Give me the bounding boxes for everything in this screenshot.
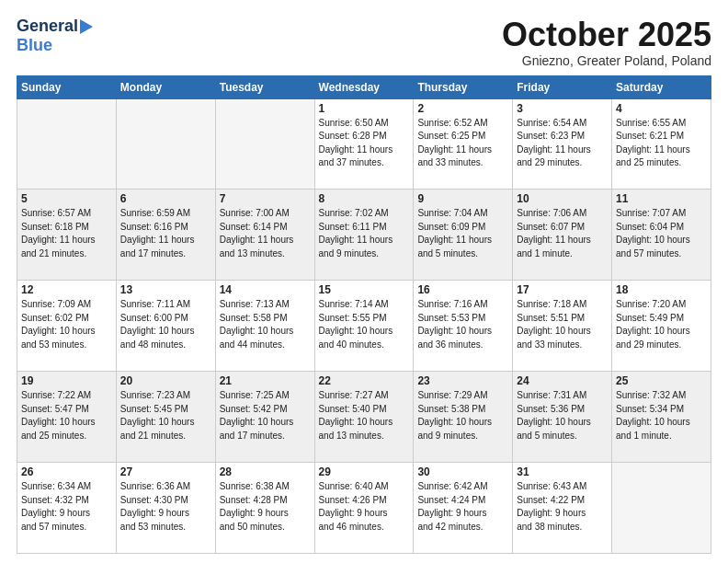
day-info: Sunrise: 6:38 AM Sunset: 4:28 PM Dayligh… bbox=[220, 480, 311, 534]
day-cell: 3Sunrise: 6:54 AM Sunset: 6:23 PM Daylig… bbox=[513, 98, 612, 190]
page: General Blue October 2025 Gniezno, Great… bbox=[0, 0, 728, 563]
header: General Blue October 2025 Gniezno, Great… bbox=[17, 17, 711, 68]
day-number: 26 bbox=[21, 465, 112, 478]
logo-text: General bbox=[17, 17, 78, 36]
day-cell: 20Sunrise: 7:23 AM Sunset: 5:45 PM Dayli… bbox=[116, 372, 215, 463]
day-header-monday: Monday bbox=[116, 75, 215, 98]
day-cell: 11Sunrise: 7:07 AM Sunset: 6:04 PM Dayli… bbox=[612, 190, 711, 281]
day-cell: 26Sunrise: 6:34 AM Sunset: 4:32 PM Dayli… bbox=[17, 463, 117, 554]
day-cell bbox=[17, 98, 117, 190]
day-cell: 5Sunrise: 6:57 AM Sunset: 6:18 PM Daylig… bbox=[17, 190, 117, 281]
day-cell: 25Sunrise: 7:32 AM Sunset: 5:34 PM Dayli… bbox=[612, 372, 711, 463]
day-info: Sunrise: 6:57 AM Sunset: 6:18 PM Dayligh… bbox=[21, 207, 112, 260]
day-number: 23 bbox=[417, 374, 508, 387]
day-cell: 7Sunrise: 7:00 AM Sunset: 6:14 PM Daylig… bbox=[215, 190, 314, 281]
day-info: Sunrise: 6:43 AM Sunset: 4:22 PM Dayligh… bbox=[517, 480, 608, 534]
logo: General Blue bbox=[17, 17, 93, 55]
day-number: 1 bbox=[319, 102, 410, 115]
day-cell: 24Sunrise: 7:31 AM Sunset: 5:36 PM Dayli… bbox=[513, 372, 612, 463]
day-cell: 16Sunrise: 7:16 AM Sunset: 5:53 PM Dayli… bbox=[414, 281, 513, 372]
day-cell: 12Sunrise: 7:09 AM Sunset: 6:02 PM Dayli… bbox=[17, 281, 117, 372]
day-info: Sunrise: 6:40 AM Sunset: 4:26 PM Dayligh… bbox=[319, 480, 410, 534]
day-header-thursday: Thursday bbox=[414, 75, 513, 98]
day-info: Sunrise: 7:09 AM Sunset: 6:02 PM Dayligh… bbox=[21, 298, 112, 351]
day-info: Sunrise: 7:32 AM Sunset: 5:34 PM Dayligh… bbox=[616, 389, 707, 442]
day-cell: 4Sunrise: 6:55 AM Sunset: 6:21 PM Daylig… bbox=[612, 98, 711, 190]
day-number: 13 bbox=[120, 283, 211, 296]
day-cell: 21Sunrise: 7:25 AM Sunset: 5:42 PM Dayli… bbox=[215, 372, 314, 463]
day-cell: 17Sunrise: 7:18 AM Sunset: 5:51 PM Dayli… bbox=[513, 281, 612, 372]
day-info: Sunrise: 6:36 AM Sunset: 4:30 PM Dayligh… bbox=[120, 480, 211, 534]
day-number: 27 bbox=[120, 465, 211, 478]
day-header-saturday: Saturday bbox=[612, 75, 711, 98]
day-info: Sunrise: 6:34 AM Sunset: 4:32 PM Dayligh… bbox=[21, 480, 112, 534]
day-cell: 27Sunrise: 6:36 AM Sunset: 4:30 PM Dayli… bbox=[116, 463, 215, 554]
day-number: 25 bbox=[616, 374, 707, 387]
day-number: 4 bbox=[616, 102, 707, 115]
day-info: Sunrise: 7:31 AM Sunset: 5:36 PM Dayligh… bbox=[517, 389, 608, 442]
day-number: 15 bbox=[319, 283, 410, 296]
location: Gniezno, Greater Poland, Poland bbox=[502, 53, 711, 68]
day-number: 17 bbox=[517, 283, 608, 296]
day-number: 29 bbox=[319, 465, 410, 478]
day-info: Sunrise: 7:04 AM Sunset: 6:09 PM Dayligh… bbox=[417, 207, 508, 260]
day-cell: 28Sunrise: 6:38 AM Sunset: 4:28 PM Dayli… bbox=[215, 463, 314, 554]
day-cell: 8Sunrise: 7:02 AM Sunset: 6:11 PM Daylig… bbox=[314, 190, 414, 281]
month-title: October 2025 bbox=[502, 17, 711, 53]
day-info: Sunrise: 6:59 AM Sunset: 6:16 PM Dayligh… bbox=[120, 207, 211, 260]
day-info: Sunrise: 7:14 AM Sunset: 5:55 PM Dayligh… bbox=[319, 298, 410, 351]
week-row-5: 26Sunrise: 6:34 AM Sunset: 4:32 PM Dayli… bbox=[17, 463, 711, 554]
day-cell: 2Sunrise: 6:52 AM Sunset: 6:25 PM Daylig… bbox=[414, 98, 513, 190]
day-number: 14 bbox=[220, 283, 311, 296]
day-cell: 15Sunrise: 7:14 AM Sunset: 5:55 PM Dayli… bbox=[314, 281, 414, 372]
day-cell: 6Sunrise: 6:59 AM Sunset: 6:16 PM Daylig… bbox=[116, 190, 215, 281]
day-info: Sunrise: 7:20 AM Sunset: 5:49 PM Dayligh… bbox=[616, 298, 707, 351]
day-cell: 9Sunrise: 7:04 AM Sunset: 6:09 PM Daylig… bbox=[414, 190, 513, 281]
day-number: 20 bbox=[120, 374, 211, 387]
day-info: Sunrise: 7:29 AM Sunset: 5:38 PM Dayligh… bbox=[417, 389, 508, 442]
logo-arrow-icon bbox=[80, 19, 93, 34]
day-number: 7 bbox=[220, 192, 311, 205]
day-info: Sunrise: 7:16 AM Sunset: 5:53 PM Dayligh… bbox=[417, 298, 508, 351]
day-number: 2 bbox=[417, 102, 508, 115]
day-cell bbox=[116, 98, 215, 190]
day-header-tuesday: Tuesday bbox=[215, 75, 314, 98]
day-info: Sunrise: 7:23 AM Sunset: 5:45 PM Dayligh… bbox=[120, 389, 211, 442]
day-number: 19 bbox=[21, 374, 112, 387]
day-cell: 18Sunrise: 7:20 AM Sunset: 5:49 PM Dayli… bbox=[612, 281, 711, 372]
day-info: Sunrise: 7:18 AM Sunset: 5:51 PM Dayligh… bbox=[517, 298, 608, 351]
day-number: 31 bbox=[517, 465, 608, 478]
day-header-sunday: Sunday bbox=[17, 75, 117, 98]
day-cell: 22Sunrise: 7:27 AM Sunset: 5:40 PM Dayli… bbox=[314, 372, 414, 463]
day-info: Sunrise: 6:55 AM Sunset: 6:21 PM Dayligh… bbox=[616, 117, 707, 170]
day-cell: 13Sunrise: 7:11 AM Sunset: 6:00 PM Dayli… bbox=[116, 281, 215, 372]
day-info: Sunrise: 7:13 AM Sunset: 5:58 PM Dayligh… bbox=[220, 298, 311, 351]
day-number: 12 bbox=[21, 283, 112, 296]
day-info: Sunrise: 7:06 AM Sunset: 6:07 PM Dayligh… bbox=[517, 207, 608, 260]
week-row-4: 19Sunrise: 7:22 AM Sunset: 5:47 PM Dayli… bbox=[17, 372, 711, 463]
day-info: Sunrise: 7:25 AM Sunset: 5:42 PM Dayligh… bbox=[220, 389, 311, 442]
day-info: Sunrise: 6:54 AM Sunset: 6:23 PM Dayligh… bbox=[517, 117, 608, 170]
day-number: 8 bbox=[319, 192, 410, 205]
title-area: October 2025 Gniezno, Greater Poland, Po… bbox=[502, 17, 711, 68]
day-cell: 29Sunrise: 6:40 AM Sunset: 4:26 PM Dayli… bbox=[314, 463, 414, 554]
day-number: 21 bbox=[220, 374, 311, 387]
day-info: Sunrise: 7:00 AM Sunset: 6:14 PM Dayligh… bbox=[220, 207, 311, 260]
day-cell: 30Sunrise: 6:42 AM Sunset: 4:24 PM Dayli… bbox=[414, 463, 513, 554]
day-info: Sunrise: 7:07 AM Sunset: 6:04 PM Dayligh… bbox=[616, 207, 707, 260]
day-cell bbox=[215, 98, 314, 190]
day-number: 18 bbox=[616, 283, 707, 296]
day-number: 6 bbox=[120, 192, 211, 205]
day-info: Sunrise: 7:11 AM Sunset: 6:00 PM Dayligh… bbox=[120, 298, 211, 351]
day-cell: 10Sunrise: 7:06 AM Sunset: 6:07 PM Dayli… bbox=[513, 190, 612, 281]
logo-blue: Blue bbox=[17, 36, 52, 55]
day-number: 10 bbox=[517, 192, 608, 205]
day-info: Sunrise: 7:22 AM Sunset: 5:47 PM Dayligh… bbox=[21, 389, 112, 442]
calendar-table: SundayMondayTuesdayWednesdayThursdayFrid… bbox=[17, 75, 711, 554]
day-number: 16 bbox=[417, 283, 508, 296]
day-cell: 31Sunrise: 6:43 AM Sunset: 4:22 PM Dayli… bbox=[513, 463, 612, 554]
day-number: 24 bbox=[517, 374, 608, 387]
day-number: 5 bbox=[21, 192, 112, 205]
day-cell bbox=[612, 463, 711, 554]
day-cell: 14Sunrise: 7:13 AM Sunset: 5:58 PM Dayli… bbox=[215, 281, 314, 372]
